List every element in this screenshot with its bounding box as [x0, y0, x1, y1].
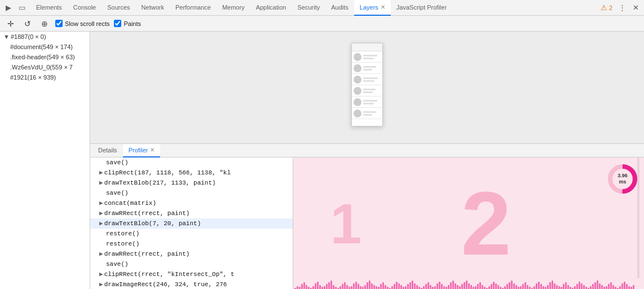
- timeline-tick: [533, 286, 535, 289]
- expand-icon[interactable]: ▶: [99, 220, 103, 227]
- timeline-tick: [515, 285, 517, 289]
- code-line-l13[interactable]: ▶drawImageRect(246, 324, true, 276: [90, 279, 293, 289]
- tab-application[interactable]: Application: [250, 0, 292, 16]
- preview-line: [363, 100, 377, 102]
- code-line-l7[interactable]: ▶drawTextBlob(7, 20, paint): [90, 218, 293, 229]
- profiler-visualization: 1 2 3.96 ms: [293, 157, 644, 289]
- code-line-l2[interactable]: ▶clipRect(187, 1118, 566, 1138, "kl: [90, 168, 293, 178]
- close-bottom-tab-profiler-icon[interactable]: ✕: [150, 147, 155, 153]
- paints-checkbox[interactable]: [114, 20, 121, 27]
- tab-elements[interactable]: Elements: [30, 0, 68, 16]
- timeline-tick: [297, 286, 298, 289]
- timeline-tick: [360, 286, 361, 289]
- timeline-tick: [317, 282, 319, 289]
- timeline-tick: [394, 284, 395, 289]
- warning-badge[interactable]: ⚠ 2: [598, 3, 615, 12]
- more-options-icon[interactable]: ⋮: [616, 2, 628, 14]
- tab-label-elements: Elements: [36, 4, 62, 11]
- expand-icon[interactable]: ▶: [99, 169, 103, 176]
- expand-icon[interactable]: ▶: [99, 179, 103, 186]
- bottom-tab-profiler[interactable]: Profiler✕: [123, 144, 161, 157]
- tab-performance[interactable]: Performance: [170, 0, 217, 16]
- device-icon[interactable]: ▭: [16, 2, 28, 14]
- close-tab-layers-icon[interactable]: ✕: [381, 4, 385, 10]
- timeline-tick: [493, 282, 495, 289]
- expand-icon[interactable]: ▶: [99, 200, 103, 207]
- code-line-l3[interactable]: ▶drawTextBlob(217, 1133, paint): [90, 178, 293, 188]
- donut-chart: 3.96 ms: [606, 162, 639, 196]
- code-line-l5[interactable]: ▶concat(matrix): [90, 198, 293, 208]
- big-number: 2: [461, 172, 511, 275]
- tab-sources[interactable]: Sources: [102, 0, 135, 16]
- preview-lines: [363, 66, 381, 71]
- timeline-tick: [378, 287, 380, 289]
- tab-layers[interactable]: Layers✕: [354, 0, 391, 16]
- layer-item-item1921[interactable]: #1921(16 × 939): [0, 72, 90, 82]
- preview-row-6: [352, 108, 382, 119]
- code-line-l10[interactable]: ▶drawRRect(rrect, paint): [90, 249, 293, 259]
- tab-audits[interactable]: Audits: [325, 0, 354, 16]
- timeline-tick: [312, 286, 314, 289]
- expand-icon[interactable]: ▶: [99, 271, 103, 278]
- warning-icon: ⚠: [601, 3, 607, 12]
- timeline-tick: [299, 287, 301, 289]
- tab-network[interactable]: Network: [136, 0, 170, 16]
- timeline-tick: [396, 282, 398, 289]
- expand-icon[interactable]: ▶: [99, 210, 103, 217]
- layer-item-wz6esvdu[interactable]: .Wz6esVdU_0(559 × 7: [0, 62, 90, 72]
- preview-line: [363, 55, 377, 56]
- timeline-tick: [626, 284, 628, 289]
- code-line-l6[interactable]: ▶drawRRect(rrect, paint): [90, 208, 293, 218]
- timeline-tick: [371, 283, 373, 289]
- layer-expand-icon[interactable]: ▼: [3, 33, 10, 40]
- code-line-l9[interactable]: restore(): [90, 239, 293, 249]
- timeline-tick: [405, 286, 407, 289]
- tab-label-audits: Audits: [331, 4, 349, 11]
- timeline-tick: [464, 282, 465, 289]
- tab-js-profiler[interactable]: JavaScript Profiler: [391, 0, 452, 16]
- layer-item-document[interactable]: #document(549 × 174): [0, 42, 90, 52]
- center-icon[interactable]: ⊕: [38, 17, 51, 30]
- close-devtools-icon[interactable]: ✕: [629, 2, 642, 14]
- bottom-tab-details[interactable]: Details: [92, 144, 123, 157]
- code-line-l1[interactable]: save(): [90, 157, 293, 168]
- timeline-tick: [488, 286, 490, 289]
- layer-item-root[interactable]: ▼#1887(0 × 0): [0, 32, 90, 42]
- expand-icon[interactable]: ▶: [99, 251, 103, 257]
- pan-icon[interactable]: ✛: [5, 17, 17, 30]
- expand-icon[interactable]: ▶: [99, 281, 103, 288]
- timeline-tick: [495, 283, 497, 289]
- code-line-l12[interactable]: ▶clipRRect(rrect, "kIntersect_Op", t: [90, 269, 293, 279]
- timeline-bar: [293, 278, 644, 289]
- code-line-l8[interactable]: restore(): [90, 229, 293, 239]
- bottom-panel: DetailsProfiler✕ save()▶clipRect(187, 11…: [90, 143, 644, 289]
- timeline-tick: [328, 282, 330, 289]
- timeline-tick: [527, 285, 528, 289]
- timeline-tick: [621, 283, 623, 289]
- slow-scroll-rects-checkbox[interactable]: [55, 20, 63, 27]
- timeline-tick: [509, 282, 510, 289]
- preview-avatar: [354, 87, 361, 95]
- layer-item-fixed-header[interactable]: .fixed-header(549 × 63): [0, 52, 90, 62]
- paints-toggle[interactable]: Paints: [114, 20, 141, 27]
- timeline-tick: [608, 284, 610, 289]
- timeline-tick: [457, 285, 458, 289]
- timeline-tick: [606, 286, 607, 289]
- code-line-l11[interactable]: save(): [90, 259, 293, 269]
- tab-security[interactable]: Security: [292, 0, 325, 16]
- tab-memory[interactable]: Memory: [217, 0, 250, 16]
- code-line-l4[interactable]: save(): [90, 188, 293, 198]
- preview-lines: [363, 55, 381, 59]
- scroll-divider[interactable]: [637, 157, 639, 278]
- timeline-tick: [364, 285, 366, 289]
- preview-avatar: [354, 110, 361, 117]
- tab-console[interactable]: Console: [68, 0, 102, 16]
- canvas-area[interactable]: DetailsProfiler✕ save()▶clipRect(187, 11…: [90, 32, 644, 289]
- timeline-tick: [504, 286, 506, 289]
- timeline-tick: [466, 281, 467, 289]
- timeline-tick: [387, 287, 389, 289]
- timeline-tick: [558, 286, 560, 289]
- slow-scroll-rects-toggle[interactable]: Slow scroll rects: [55, 20, 109, 27]
- inspect-icon[interactable]: ▶: [2, 2, 15, 14]
- rotate-icon[interactable]: ↺: [21, 17, 34, 30]
